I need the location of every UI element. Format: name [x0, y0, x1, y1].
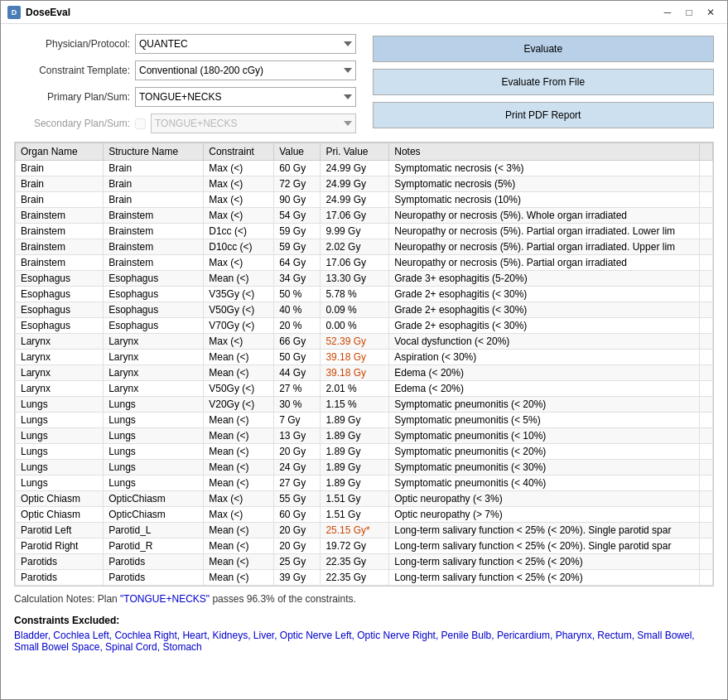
cell-7-4: 13.30 Gy [321, 271, 389, 287]
table-row: LungsLungsV20Gy (<)30 %1.15 %Symptomatic… [16, 397, 713, 413]
calc-notes-plan: "TONGUE+NECKS" [120, 593, 210, 605]
cell-4-3: 59 Gy [274, 224, 321, 239]
cell-17-extra [699, 428, 712, 444]
table-body: BrainBrainMax (<)60 Gy24.99 GySymptomati… [16, 161, 713, 586]
cell-17-2: Mean (<) [204, 428, 274, 444]
col-pri-value: Pri. Value [321, 143, 389, 161]
cell-8-2: V35Gy (<) [204, 287, 274, 302]
cell-26-4: 22.35 Gy [321, 570, 389, 586]
cell-24-2: Mean (<) [204, 538, 274, 554]
cell-24-3: 20 Gy [274, 538, 321, 554]
cell-26-0: Parotids [16, 570, 104, 586]
cell-18-0: Lungs [16, 444, 104, 460]
cell-12-2: Mean (<) [204, 350, 274, 365]
cell-16-0: Lungs [16, 413, 104, 428]
maximize-button[interactable]: □ [679, 4, 699, 21]
calc-notes: Calculation Notes: Plan "TONGUE+NECKS" p… [14, 593, 714, 605]
cell-24-1: Parotid_R [104, 538, 204, 554]
cell-0-3: 60 Gy [274, 161, 321, 176]
cell-19-extra [699, 460, 712, 476]
cell-16-4: 1.89 Gy [321, 413, 389, 428]
cell-12-0: Larynx [16, 350, 104, 365]
cell-25-1: Parotids [104, 554, 204, 570]
cell-13-extra [699, 365, 712, 381]
cell-8-4: 5.78 % [321, 287, 389, 302]
cell-5-3: 59 Gy [274, 239, 321, 255]
constraint-select[interactable]: Conventional (180-200 cGy) [135, 60, 356, 80]
cell-3-extra [699, 208, 712, 224]
table-row: EsophagusEsophagusV50Gy (<)40 %0.09 %Gra… [16, 302, 713, 318]
minimize-button[interactable]: ─ [658, 4, 677, 21]
cell-6-3: 64 Gy [274, 255, 321, 271]
cell-23-5: Long-term salivary function < 25% (< 20%… [389, 523, 700, 538]
cell-10-1: Esophagus [104, 318, 204, 334]
cell-17-3: 13 Gy [274, 428, 321, 444]
cell-13-0: Larynx [16, 365, 104, 381]
cell-21-2: Max (<) [204, 491, 274, 507]
cell-14-4: 2.01 % [321, 381, 389, 397]
cell-21-5: Optic neuropathy (< 3%) [389, 491, 700, 507]
cell-4-0: Brainstem [16, 224, 104, 239]
cell-22-4: 1.51 Gy [321, 507, 389, 523]
cell-11-1: Larynx [104, 334, 204, 350]
evaluate-from-file-button[interactable]: Evaluate From File [373, 69, 715, 95]
print-pdf-button[interactable]: Print PDF Report [373, 102, 715, 128]
cell-8-1: Esophagus [104, 287, 204, 302]
cell-4-1: Brainstem [104, 224, 204, 239]
cell-8-0: Esophagus [16, 287, 104, 302]
col-structure-name: Structure Name [104, 143, 204, 161]
cell-7-extra [699, 271, 712, 287]
cell-12-extra [699, 350, 712, 365]
physician-select[interactable]: QUANTEC [135, 34, 356, 54]
col-value: Value [274, 143, 321, 161]
cell-2-1: Brain [104, 192, 204, 208]
cell-20-2: Mean (<) [204, 476, 274, 491]
secondary-checkbox[interactable] [135, 118, 146, 129]
cell-10-3: 20 % [274, 318, 321, 334]
cell-3-5: Neuropathy or necrosis (5%). Whole organ… [389, 208, 700, 224]
cell-13-4: 39.18 Gy [321, 365, 389, 381]
cell-3-0: Brainstem [16, 208, 104, 224]
cell-5-5: Neuropathy or necrosis (5%). Partial org… [389, 239, 700, 255]
cell-14-extra [699, 381, 712, 397]
table-row: EsophagusEsophagusV70Gy (<)20 %0.00 %Gra… [16, 318, 713, 334]
table-row: LarynxLarynxMean (<)50 Gy39.18 GyAspirat… [16, 350, 713, 365]
cell-18-1: Lungs [104, 444, 204, 460]
cell-12-3: 50 Gy [274, 350, 321, 365]
primary-select[interactable]: TONGUE+NECKS [135, 87, 356, 107]
cell-2-3: 90 Gy [274, 192, 321, 208]
cell-25-3: 25 Gy [274, 554, 321, 570]
cell-17-4: 1.89 Gy [321, 428, 389, 444]
cell-2-0: Brain [16, 192, 104, 208]
cell-25-2: Mean (<) [204, 554, 274, 570]
cell-18-3: 20 Gy [274, 444, 321, 460]
cell-24-extra [699, 538, 712, 554]
cell-23-4: 25.15 Gy* [321, 523, 389, 538]
cell-4-5: Neuropathy or necrosis (5%). Partial org… [389, 224, 700, 239]
table-row: EsophagusEsophagusMean (<)34 Gy13.30 GyG… [16, 271, 713, 287]
cell-21-1: OpticChiasm [104, 491, 204, 507]
cell-18-5: Symptomatic pneumonitis (< 20%) [389, 444, 700, 460]
cell-22-3: 60 Gy [274, 507, 321, 523]
cell-20-1: Lungs [104, 476, 204, 491]
close-button[interactable]: ✕ [701, 4, 721, 21]
cell-11-extra [699, 334, 712, 350]
col-extra [699, 143, 712, 161]
cell-14-5: Edema (< 20%) [389, 381, 700, 397]
cell-0-4: 24.99 Gy [321, 161, 389, 176]
cell-9-0: Esophagus [16, 302, 104, 318]
cell-5-2: D10cc (<) [204, 239, 274, 255]
constraints-excluded-list: Bladder, Cochlea Left, Cochlea Right, He… [14, 630, 714, 653]
cell-20-extra [699, 476, 712, 491]
cell-10-extra [699, 318, 712, 334]
cell-25-0: Parotids [16, 554, 104, 570]
evaluate-button[interactable]: Evaluate [373, 36, 715, 62]
form-section: Physician/Protocol: QUANTEC Constraint T… [14, 34, 714, 133]
table-row: ParotidsParotidsMean (<)39 Gy22.35 GyLon… [16, 570, 713, 586]
cell-26-2: Mean (<) [204, 570, 274, 586]
cell-6-4: 17.06 Gy [321, 255, 389, 271]
table-row: LarynxLarynxMean (<)44 Gy39.18 GyEdema (… [16, 365, 713, 381]
cell-1-4: 24.99 Gy [321, 176, 389, 192]
cell-0-2: Max (<) [204, 161, 274, 176]
secondary-label: Secondary Plan/Sum: [14, 118, 130, 129]
